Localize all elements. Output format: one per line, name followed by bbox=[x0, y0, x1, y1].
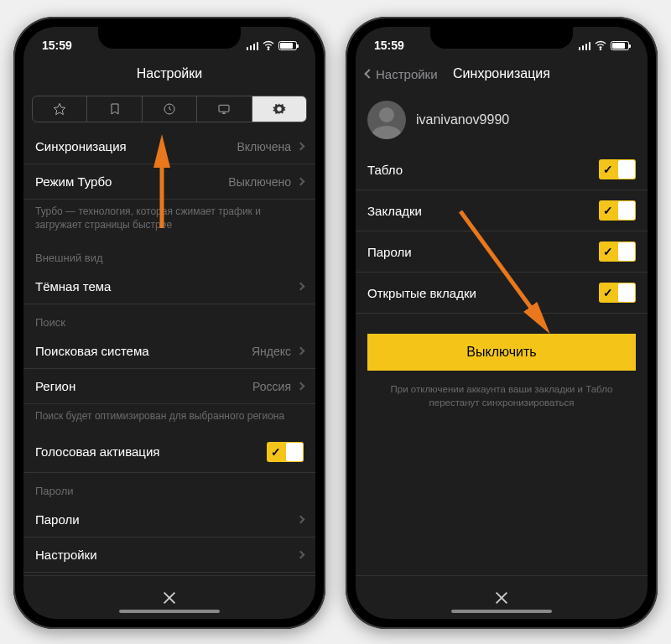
row-engine[interactable]: Поисковая система Яндекс bbox=[23, 334, 315, 369]
svg-point-6 bbox=[600, 49, 601, 49]
avatar bbox=[367, 101, 406, 139]
check-icon: ✓ bbox=[271, 445, 281, 459]
toggle-tabs[interactable]: ✓ bbox=[599, 283, 636, 303]
battery-icon bbox=[278, 41, 297, 50]
signal-icon bbox=[247, 41, 259, 50]
row-value: Яндекс bbox=[252, 345, 291, 358]
signal-icon bbox=[579, 41, 591, 50]
row-label: Закладки bbox=[367, 204, 422, 218]
check-icon: ✓ bbox=[603, 286, 613, 299]
svg-marker-1 bbox=[55, 103, 65, 114]
row-label: Синхронизация bbox=[35, 139, 127, 153]
svg-point-0 bbox=[268, 49, 268, 49]
chevron-left-icon bbox=[364, 69, 373, 78]
screen-right: 15:59 Настройки Синхронизация ivanivanov… bbox=[356, 27, 648, 619]
notch bbox=[430, 27, 573, 49]
wifi-icon bbox=[262, 39, 275, 52]
row-label: Регион bbox=[35, 379, 75, 393]
tab-devices[interactable] bbox=[197, 96, 252, 122]
row-label: Открытые вкладки bbox=[367, 286, 476, 300]
close-icon[interactable] bbox=[162, 590, 177, 605]
row-voice[interactable]: Голосовая активация ✓ bbox=[23, 432, 315, 473]
status-icons bbox=[579, 39, 630, 52]
profile-row[interactable]: ivanivanov9990 bbox=[356, 91, 648, 149]
row-label: Тёмная тема bbox=[35, 279, 111, 293]
row-region[interactable]: Регион Россия bbox=[23, 369, 315, 404]
nav-bar: Настройки bbox=[23, 57, 315, 91]
row-passwords[interactable]: Пароли bbox=[23, 502, 315, 538]
segmented-tabs bbox=[32, 96, 307, 122]
row-bookmarks: Закладки ✓ bbox=[356, 190, 648, 231]
page-title: Синхронизация bbox=[453, 66, 550, 81]
disable-button[interactable]: Выключить bbox=[367, 334, 636, 371]
tab-bookmarks[interactable] bbox=[87, 96, 142, 122]
section-passwords: Пароли bbox=[23, 473, 315, 502]
notch bbox=[98, 27, 241, 49]
row-tabs: Открытые вкладки ✓ bbox=[356, 273, 648, 314]
row-label: Поисковая система bbox=[35, 344, 149, 358]
bookmark-icon bbox=[108, 102, 122, 116]
home-indicator bbox=[451, 610, 552, 613]
settings-list: Синхронизация Включена Режим Турбо Выклю… bbox=[23, 129, 315, 575]
monitor-icon bbox=[217, 102, 231, 116]
toggle-knob bbox=[286, 443, 303, 461]
row-value: Россия bbox=[252, 380, 291, 393]
row-value: Выключено bbox=[228, 175, 291, 189]
toggle-bookmarks[interactable]: ✓ bbox=[599, 200, 636, 221]
row-settings[interactable]: Настройки bbox=[23, 538, 315, 573]
toggle-voice[interactable]: ✓ bbox=[267, 442, 304, 462]
section-search: Поиск bbox=[23, 304, 315, 334]
back-label: Настройки bbox=[376, 67, 438, 81]
phone-left: 15:59 Настройки bbox=[13, 17, 325, 629]
chevron-right-icon bbox=[297, 143, 305, 151]
tab-history[interactable] bbox=[143, 96, 197, 122]
check-icon: ✓ bbox=[603, 204, 613, 217]
wifi-icon bbox=[594, 39, 607, 52]
svg-rect-3 bbox=[219, 105, 229, 112]
gear-icon bbox=[273, 102, 286, 116]
tab-favorites[interactable] bbox=[33, 96, 87, 122]
clock: 15:59 bbox=[374, 39, 404, 52]
star-icon bbox=[53, 102, 66, 116]
battery-icon bbox=[611, 41, 629, 50]
back-button[interactable]: Настройки bbox=[366, 67, 438, 81]
toggle-knob bbox=[618, 201, 635, 220]
toggle-passwords[interactable]: ✓ bbox=[599, 242, 636, 262]
row-turbo[interactable]: Режим Турбо Выключено bbox=[23, 164, 315, 200]
username: ivanivanov9990 bbox=[416, 112, 509, 127]
chevron-right-icon bbox=[297, 382, 305, 391]
toggle-knob bbox=[618, 283, 635, 302]
disable-note: При отключении аккаунта ваши закладки и … bbox=[356, 371, 648, 421]
nav-bar: Настройки Синхронизация bbox=[356, 57, 648, 91]
row-label: Табло bbox=[367, 163, 403, 177]
toggle-tableau[interactable]: ✓ bbox=[599, 159, 636, 179]
toggle-knob bbox=[618, 160, 635, 179]
row-label: Пароли bbox=[35, 512, 80, 527]
section-appearance: Внешний вид bbox=[23, 240, 315, 269]
turbo-hint: Турбо — технология, которая сжимает траф… bbox=[23, 200, 315, 240]
chevron-right-icon bbox=[297, 347, 305, 356]
row-label: Настройки bbox=[35, 548, 97, 562]
row-theme[interactable]: Тёмная тема bbox=[23, 269, 315, 304]
tab-settings[interactable] bbox=[252, 96, 306, 122]
row-value: Включена bbox=[237, 140, 291, 153]
row-label: Режим Турбо bbox=[35, 174, 112, 189]
phone-right: 15:59 Настройки Синхронизация ivanivanov… bbox=[346, 17, 658, 629]
chevron-right-icon bbox=[297, 550, 305, 558]
close-icon[interactable] bbox=[494, 590, 509, 605]
row-label: Голосовая активация bbox=[35, 444, 159, 459]
home-indicator bbox=[119, 610, 220, 613]
screen-left: 15:59 Настройки bbox=[23, 27, 315, 619]
button-label: Выключить bbox=[466, 345, 536, 360]
row-tableau: Табло ✓ bbox=[356, 149, 648, 190]
status-icons bbox=[247, 39, 298, 52]
row-passwords: Пароли ✓ bbox=[356, 231, 648, 273]
clock: 15:59 bbox=[42, 39, 72, 52]
toggle-knob bbox=[618, 242, 635, 261]
clock-icon bbox=[163, 102, 176, 116]
row-sync[interactable]: Синхронизация Включена bbox=[23, 129, 315, 164]
check-icon: ✓ bbox=[603, 163, 613, 176]
chevron-right-icon bbox=[297, 178, 305, 186]
page-title: Настройки bbox=[137, 66, 202, 81]
sync-list: ivanivanov9990 Табло ✓ Закладки ✓ Пароли… bbox=[356, 91, 648, 575]
